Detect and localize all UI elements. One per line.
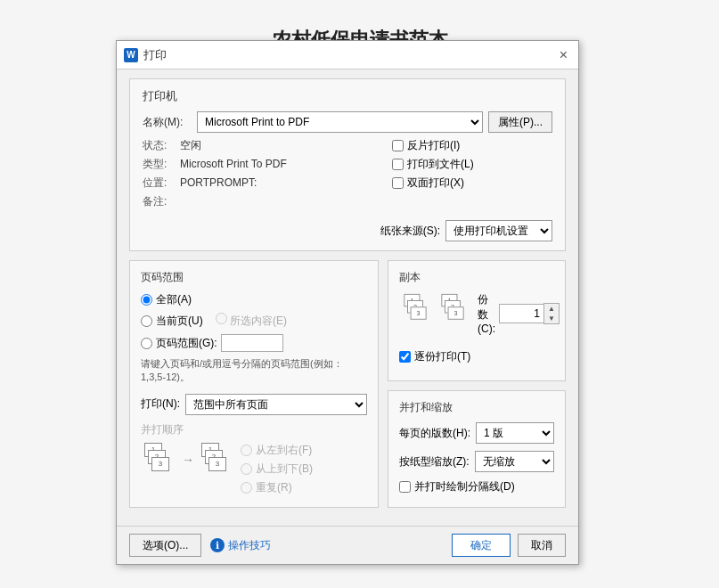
location-key: 位置:	[143, 176, 180, 191]
copies-icons: 1 2 3 1 2 3	[399, 292, 469, 326]
collation-icon-2: 1 2 3	[198, 443, 230, 477]
copies-title: 副本	[399, 270, 554, 285]
dialog-title-label: 打印	[143, 47, 167, 63]
scale-select[interactable]: 无缩放 Letter A4 A3	[475, 451, 554, 472]
paper-source-label: 纸张来源(S):	[380, 224, 440, 239]
collation-section: 并打顺序 1 2 3 → 1	[141, 422, 367, 495]
spin-down-button[interactable]: ▼	[544, 314, 559, 323]
cancel-button[interactable]: 取消	[518, 534, 566, 557]
print-to-file-checkbox[interactable]	[392, 159, 404, 170]
per-page-select[interactable]: 1 版 2 版 4 版 6 版 9 版 16 版	[476, 422, 554, 444]
print-to-file-label: 打印到文件(L)	[407, 157, 474, 172]
printer-section-title: 打印机	[143, 88, 552, 104]
dialog-overlay: W 打印 × 打印机 名称(M): Microsoft Print to PDF…	[0, 0, 719, 588]
footer-left: 选项(O)... ℹ 操作技巧	[129, 534, 271, 557]
print-to-file-row: 打印到文件(L)	[392, 157, 552, 172]
ok-button[interactable]: 确定	[452, 534, 511, 557]
ttb-radio	[241, 463, 252, 475]
ltr-label: 从左到右(F)	[256, 443, 312, 458]
scale-row: 按纸型缩放(Z): 无缩放 Letter A4 A3	[399, 451, 554, 472]
selection-label-disabled: 所选内容(E)	[216, 313, 287, 329]
current-page-radio[interactable]	[141, 315, 152, 327]
collation-title: 并打顺序	[141, 422, 367, 437]
collate-row: 逐份打印(T)	[399, 349, 554, 364]
hint-text: 请键入页码和/或用逗号分隔的页码范围(例如：1,3,5-12)。	[141, 357, 367, 385]
draw-separator-row: 并打时绘制分隔线(D)	[399, 479, 554, 494]
options-button[interactable]: 选项(O)...	[129, 534, 201, 557]
print-dialog: W 打印 × 打印机 名称(M): Microsoft Print to PDF…	[116, 40, 579, 565]
ltr-row: 从左到右(F)	[241, 443, 313, 458]
copies-input[interactable]	[499, 304, 543, 323]
type-item: 类型: Microsoft Print To PDF	[143, 157, 374, 172]
scale-label: 按纸型缩放(Z):	[399, 454, 470, 470]
app-icon: W	[124, 48, 138, 62]
current-page-label: 当前页(U)	[156, 314, 203, 329]
repeat-row: 重复(R)	[241, 480, 313, 495]
spin-up-button[interactable]: ▲	[544, 304, 559, 314]
properties-button[interactable]: 属性(P)...	[488, 111, 552, 133]
merge-title: 并打和缩放	[399, 400, 554, 415]
page-range-radio[interactable]	[141, 338, 152, 349]
print-row: 打印(N): 范围中所有页面 奇数页 偶数页	[141, 394, 367, 415]
status-left: 状态: 空闲 类型: Microsoft Print To PDF 位置: PO…	[143, 138, 374, 213]
reverse-print-label: 反片打印(I)	[407, 138, 460, 153]
comment-item: 备注:	[143, 194, 374, 209]
copies-spinner: ▲ ▼	[543, 303, 560, 324]
duplex-checkbox[interactable]	[392, 177, 404, 189]
comment-key: 备注:	[143, 194, 180, 209]
collation-radio-group: 从左到右(F) 从上到下(B) 重复(R)	[241, 443, 313, 495]
collation-icons: 1 2 3 → 1 2 3	[141, 443, 230, 477]
dialog-title: W 打印	[124, 47, 167, 63]
print-select[interactable]: 范围中所有页面 奇数页 偶数页	[185, 394, 367, 415]
copies-icon-1: 1 2 3	[401, 294, 429, 324]
collation-icon-1: 1 2 3	[141, 443, 173, 477]
copies-input-wrap: ▲ ▼	[499, 303, 560, 324]
dialog-titlebar: W 打印 ×	[117, 41, 578, 69]
status-right: 反片打印(I) 打印到文件(L) 双面打印(X)	[392, 138, 552, 194]
range-row: 页码范围(G):	[141, 334, 367, 352]
per-page-row: 每页的版数(H): 1 版 2 版 4 版 6 版 9 版 16 版	[399, 422, 554, 444]
current-page-row: 当前页(U) 所选内容(E)	[141, 313, 367, 329]
printer-select-wrap: Microsoft Print to PDF 属性(P)...	[197, 111, 552, 133]
status-key: 状态:	[143, 138, 180, 153]
repeat-label: 重复(R)	[256, 480, 292, 495]
footer-right: 确定 取消	[452, 534, 566, 557]
copies-row: 份数(C): ▲ ▼	[478, 292, 560, 335]
dialog-footer: 选项(O)... ℹ 操作技巧 确定 取消	[117, 526, 578, 564]
merge-section: 并打和缩放 每页的版数(H): 1 版 2 版 4 版 6 版 9 版 16 版	[388, 390, 566, 508]
status-value: 空闲	[180, 138, 201, 153]
paper-source-select[interactable]: 使用打印机设置	[445, 220, 552, 241]
copies-label: 份数(C):	[478, 292, 495, 335]
selection-label: 所选内容(E)	[230, 314, 287, 327]
copies-section: 副本 1 2 3 1	[388, 260, 566, 381]
all-pages-radio[interactable]	[141, 294, 152, 306]
copies-icon-2: 1 2 3	[438, 294, 467, 324]
right-column: 副本 1 2 3 1	[388, 260, 566, 508]
tips-link[interactable]: ℹ 操作技巧	[210, 538, 271, 553]
type-value: Microsoft Print To PDF	[180, 158, 287, 170]
tips-icon: ℹ	[210, 538, 225, 552]
close-button[interactable]: ×	[556, 46, 571, 64]
reverse-print-checkbox[interactable]	[392, 140, 404, 151]
per-page-label: 每页的版数(H):	[399, 426, 470, 441]
page-range-input[interactable]	[221, 334, 283, 352]
page-range-section: 页码范围 全部(A) 当前页(U) 所选内容(E)	[129, 260, 379, 508]
location-item: 位置: PORTPROMPT:	[143, 176, 374, 191]
ttb-row: 从上到下(B)	[241, 461, 313, 477]
type-key: 类型:	[143, 157, 180, 172]
ltr-radio	[241, 445, 252, 456]
collate-checkbox[interactable]	[399, 351, 411, 363]
repeat-radio	[241, 482, 252, 494]
name-row: 名称(M): Microsoft Print to PDF 属性(P)...	[143, 111, 552, 133]
print-label: 打印(N):	[141, 396, 180, 412]
status-item: 状态: 空闲	[143, 138, 374, 153]
printer-select[interactable]: Microsoft Print to PDF	[197, 111, 483, 133]
reverse-print-row: 反片打印(I)	[392, 138, 552, 153]
bottom-row: 页码范围 全部(A) 当前页(U) 所选内容(E)	[129, 260, 566, 508]
duplex-label: 双面打印(X)	[407, 176, 464, 191]
page-range-label: 页码范围(G):	[156, 336, 217, 351]
dialog-body: 打印机 名称(M): Microsoft Print to PDF 属性(P).…	[117, 69, 578, 517]
draw-separator-label: 并打时绘制分隔线(D)	[414, 479, 515, 494]
draw-separator-checkbox[interactable]	[399, 481, 411, 493]
page-range-title: 页码范围	[141, 270, 367, 285]
